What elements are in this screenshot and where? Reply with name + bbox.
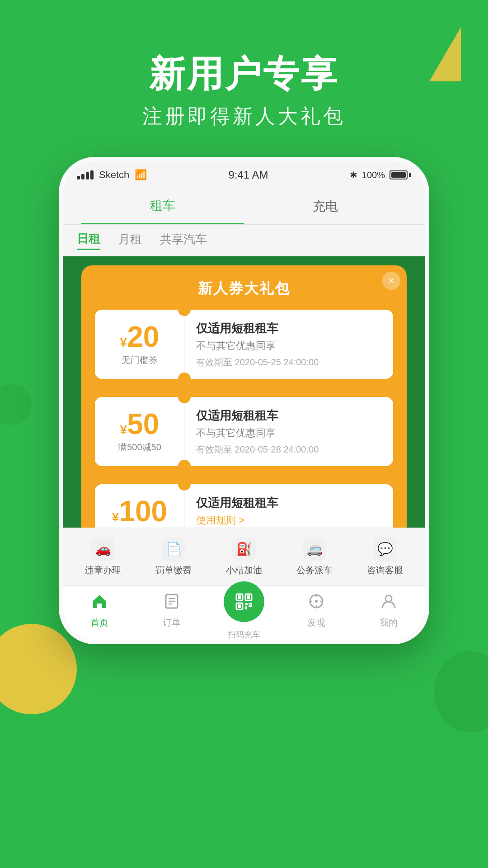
coupon-title-1: 仅适用短租租车 [196, 321, 382, 336]
coupon-condition-1: 无门槛券 [122, 354, 158, 366]
services-bar: 🚗 违章办理 📄 罚单缴费 ⛽ 小桔加油 🚐 公务派车 💬 咨询客服 [63, 528, 425, 585]
home-icon [91, 593, 108, 614]
svg-rect-12 [245, 606, 247, 609]
carrier-label: Sketch [99, 169, 129, 181]
modal-overlay[interactable]: × 新人券大礼包 ¥20 无门槛券 仅适用短租租车 不与其它优惠同享 [63, 256, 425, 528]
signal-icon [77, 170, 94, 179]
battery-tip [409, 173, 411, 177]
bluetooth-icon: ✱ [350, 170, 357, 180]
status-time: 9:41 AM [229, 169, 268, 181]
bg-ellipse-right-decoration [434, 651, 488, 732]
coupon-amount-1: ¥20 [120, 322, 160, 351]
signal-bar-2 [81, 174, 84, 179]
discover-icon [308, 593, 325, 614]
signal-bar-1 [77, 176, 80, 179]
app-content: × 新人券大礼包 ¥20 无门槛券 仅适用短租租车 不与其它优惠同享 [63, 256, 425, 528]
nav-tab-zuche[interactable]: 租车 [81, 189, 244, 224]
service-item-consult[interactable]: 💬 咨询客服 [350, 537, 420, 576]
bottom-nav-discover[interactable]: 发现 [280, 593, 352, 629]
orders-icon [163, 593, 180, 614]
nav-label-scan: 扫码充车 [228, 629, 260, 640]
status-right: ✱ 100% [350, 170, 411, 180]
service-label-fuel: 小桔加油 [226, 564, 262, 576]
coupon-title-3: 仅适用短租租车 [196, 495, 382, 511]
coupon-amount-2: ¥50 [120, 410, 160, 439]
battery-percent: 100% [362, 170, 385, 180]
sub-tabs: 日租 月租 共享汽车 [63, 225, 425, 256]
signal-bar-3 [86, 172, 89, 179]
svg-rect-10 [245, 603, 248, 605]
bottom-nav-orders[interactable]: 订单 [136, 593, 208, 629]
nav-label-discover: 发现 [307, 617, 325, 629]
service-item-fuel[interactable]: ⛽ 小桔加油 [209, 537, 279, 576]
fuel-icon: ⛽ [232, 537, 256, 561]
service-item-business[interactable]: 🚐 公务派车 [279, 537, 350, 576]
modal-box: × 新人券大礼包 ¥20 无门槛券 仅适用短租租车 不与其它优惠同享 [81, 265, 407, 528]
header-subtitle: 注册即得新人大礼包 [0, 103, 488, 130]
app-nav: 租车 充电 [63, 189, 425, 225]
svg-point-16 [315, 600, 318, 603]
service-item-fine[interactable]: 📄 罚单缴费 [138, 537, 209, 576]
svg-rect-14 [251, 603, 252, 607]
sep-dot-1 [239, 383, 249, 392]
battery-fill [391, 172, 406, 178]
coupon-left-1: ¥20 无门槛券 [95, 310, 185, 379]
coupon-condition-2: 满500减50 [118, 441, 161, 453]
phone-wrapper: Sketch 📶 9:41 AM ✱ 100% 租车 充电 [0, 157, 488, 644]
sub-tab-rizu[interactable]: 日租 [77, 231, 100, 250]
bottom-nav-mine[interactable]: 我的 [352, 593, 425, 629]
sep-dot-2 [239, 471, 249, 480]
scan-button[interactable] [224, 581, 264, 622]
coupon-right-1: 仅适用短租租车 不与其它优惠同享 有效期至 2020-05-25 24:00:0… [185, 311, 393, 377]
coupon-left-2: ¥50 满500减50 [95, 397, 185, 466]
nav-tab-chongdian[interactable]: 充电 [244, 189, 407, 224]
coupon-rule-3[interactable]: 使用规则 > [196, 514, 382, 527]
phone-frame: Sketch 📶 9:41 AM ✱ 100% 租车 充电 [59, 157, 429, 644]
nav-label-home: 首页 [90, 617, 108, 629]
bottom-nav: 首页 订单 [63, 585, 425, 640]
coupon-card-2: ¥50 满500减50 仅适用短租租车 不与其它优惠同享 有效期至 2020-0… [95, 397, 393, 466]
coupon-left-3: ¥100 满1000减100 [95, 484, 185, 528]
bottom-nav-scan[interactable]: 扫码充车 [208, 581, 280, 640]
status-left: Sketch 📶 [77, 169, 147, 181]
header-area: 新用户专享 注册即得新人大礼包 [0, 0, 488, 157]
svg-rect-8 [247, 595, 250, 599]
status-bar: Sketch 📶 9:41 AM ✱ 100% [63, 161, 425, 189]
sub-tab-gongxiang[interactable]: 共享汽车 [160, 231, 207, 249]
service-label-fine: 罚单缴费 [155, 564, 192, 576]
coupon-amount-3: ¥100 [112, 497, 167, 526]
sub-tab-yuezu[interactable]: 月租 [118, 231, 142, 249]
coupon-right-2: 仅适用短租租车 不与其它优惠同享 有效期至 2020-05-28 24:00:0… [185, 399, 393, 465]
nav-label-mine: 我的 [380, 617, 398, 629]
nav-label-orders: 订单 [163, 617, 181, 629]
header-title: 新用户专享 [0, 54, 488, 94]
consult-icon: 💬 [373, 537, 397, 561]
coupon-validity-1: 有效期至 2020-05-25 24:00:00 [196, 356, 382, 368]
battery-body [389, 170, 408, 179]
service-label-business: 公务派车 [296, 564, 333, 576]
service-label-consult: 咨询客服 [367, 564, 403, 576]
coupon-card-3: ¥100 满1000减100 仅适用短租租车 使用规则 > 有效期至 2020-… [95, 484, 393, 528]
svg-rect-9 [238, 604, 241, 608]
svg-point-21 [385, 595, 392, 602]
business-icon: 🚐 [303, 537, 326, 561]
mine-icon [380, 593, 397, 614]
wifi-icon: 📶 [135, 169, 147, 181]
signal-bar-4 [90, 170, 94, 179]
violation-icon: 🚗 [91, 537, 115, 561]
coupon-title-2: 仅适用短租租车 [196, 408, 382, 424]
modal-title: 新人券大礼包 [95, 279, 393, 299]
coupon-desc-1: 不与其它优惠同享 [196, 339, 382, 353]
modal-close-button[interactable]: × [382, 272, 400, 290]
coupon-desc-2: 不与其它优惠同享 [196, 426, 382, 440]
battery-icon [389, 170, 411, 179]
coupon-validity-2: 有效期至 2020-05-28 24:00:00 [196, 443, 382, 456]
service-item-violation[interactable]: 🚗 违章办理 [68, 537, 138, 576]
coupon-right-3: 仅适用短租租车 使用规则 > 有效期至 2020-05-30 24:00:00 [185, 486, 393, 528]
svg-rect-7 [238, 595, 241, 599]
service-label-violation: 违章办理 [85, 564, 121, 576]
fine-icon: 📄 [162, 537, 185, 561]
coupon-card-1: ¥20 无门槛券 仅适用短租租车 不与其它优惠同享 有效期至 2020-05-2… [95, 310, 393, 379]
bottom-nav-home[interactable]: 首页 [63, 593, 136, 629]
